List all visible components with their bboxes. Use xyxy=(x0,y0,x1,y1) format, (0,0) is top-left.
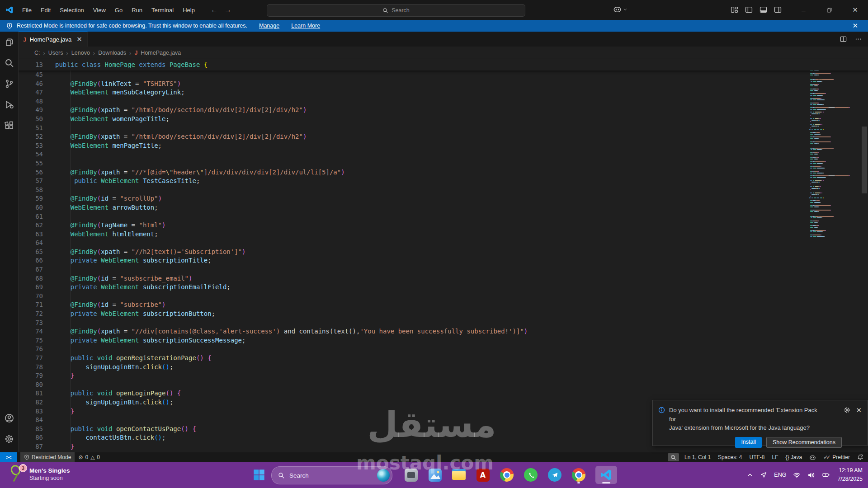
bing-daily-image[interactable] xyxy=(377,469,390,482)
code-line-74[interactable]: 74 @FindBy(xpath = "//div[contains(@clas… xyxy=(18,327,868,336)
taskbar-search-input[interactable]: Search xyxy=(271,466,392,484)
toggle-secondary-sidebar-icon[interactable] xyxy=(774,6,782,14)
code-line-71[interactable]: 71 @FindBy(id = "subscribe") xyxy=(18,300,868,310)
taskbar-clock[interactable]: 12:19 AM 7/28/2025 xyxy=(837,466,863,483)
code-line-45[interactable]: 45 xyxy=(18,70,868,80)
menu-view[interactable]: View xyxy=(89,5,110,15)
nav-forward-icon[interactable]: → xyxy=(224,6,231,14)
taskbar-app-photos[interactable] xyxy=(428,466,442,484)
sidebar-item-source-control[interactable] xyxy=(0,73,18,94)
manage-link[interactable]: Manage xyxy=(259,23,279,29)
eol-status[interactable]: LF xyxy=(768,452,782,462)
code-line-59[interactable]: 59 @FindBy(id = "scrollUp") xyxy=(18,194,868,203)
indentation-status[interactable]: Spaces: 4 xyxy=(714,452,745,462)
encoding-status[interactable]: UTF-8 xyxy=(745,452,768,462)
prettier-status[interactable]: ✓✓ Prettier xyxy=(820,452,854,462)
window-restore-button[interactable] xyxy=(816,0,842,20)
start-button[interactable] xyxy=(251,468,267,482)
taskbar-app-chrome[interactable] xyxy=(500,466,514,484)
wifi-icon[interactable] xyxy=(793,471,801,479)
taskbar-app-file-explorer[interactable] xyxy=(452,466,466,484)
code-line-67[interactable]: 67 xyxy=(18,265,868,274)
code-line-13[interactable]: 13public class HomePage extends PageBase… xyxy=(18,59,208,70)
code-line-63[interactable]: 63 WebElement htmlElement; xyxy=(18,230,868,239)
code-line-46[interactable]: 46 @FindBy(linkText = "TSHIRTS") xyxy=(18,80,868,89)
code-line-53[interactable]: 53 WebElement menPageTitle; xyxy=(18,141,868,150)
taskbar-app-whatsapp[interactable] xyxy=(524,466,538,484)
widgets-button[interactable]: 3 Men's Singles Starting soon xyxy=(10,465,70,483)
settings-gear-icon[interactable] xyxy=(0,428,18,449)
tray-chevron-up-icon[interactable] xyxy=(747,472,753,478)
notifications-bell-icon[interactable] xyxy=(854,452,868,462)
code-line-54[interactable]: 54 xyxy=(18,150,868,159)
breadcrumb-item[interactable]: Users xyxy=(48,50,63,56)
menu-terminal[interactable]: Terminal xyxy=(147,5,178,15)
menu-help[interactable]: Help xyxy=(179,5,199,15)
tab-homepage-java[interactable]: J HomePage.java ✕ xyxy=(18,32,88,47)
sticky-scroll-line[interactable]: 13public class HomePage extends PageBase… xyxy=(18,59,868,70)
location-arrow-icon[interactable] xyxy=(760,471,767,479)
language-indicator[interactable]: ENG xyxy=(774,472,786,478)
taskbar-app-telegram[interactable] xyxy=(547,466,562,484)
copilot-status[interactable] xyxy=(806,452,820,462)
code-line-72[interactable]: 72 private WebElement subscriptionButton… xyxy=(18,310,868,319)
remote-indicator[interactable]: >< xyxy=(0,452,17,462)
code-line-56[interactable]: 56 @FindBy(xpath = "//*[@id=\"header\"]/… xyxy=(18,168,868,177)
menu-edit[interactable]: Edit xyxy=(37,5,55,15)
banner-close-icon[interactable]: ✕ xyxy=(852,22,858,30)
window-close-button[interactable]: ✕ xyxy=(842,0,868,20)
volume-icon[interactable] xyxy=(807,471,815,479)
language-mode-status[interactable]: {} Java xyxy=(782,452,806,462)
code-line-62[interactable]: 62 @FindBy(tagName = "html") xyxy=(18,221,868,230)
window-minimize-button[interactable]: – xyxy=(791,0,816,20)
code-line-76[interactable]: 76 xyxy=(18,345,868,354)
breadcrumb-item[interactable]: Downloads xyxy=(98,50,126,56)
code-line-58[interactable]: 58 xyxy=(18,186,868,195)
code-line-49[interactable]: 49 @FindBy(xpath = "/html/body/section/d… xyxy=(18,106,868,115)
install-button[interactable]: Install xyxy=(735,437,762,448)
breadcrumb-item[interactable]: HomePage.java xyxy=(141,50,181,56)
taskbar-app-vscode[interactable] xyxy=(595,466,617,484)
minimap[interactable] xyxy=(809,61,859,238)
copilot-button[interactable] xyxy=(613,5,627,14)
learn-more-link[interactable]: Learn More xyxy=(291,23,320,29)
taskbar-app-app-window[interactable] xyxy=(404,466,418,484)
notification-gear-icon[interactable] xyxy=(844,407,850,413)
breadcrumb-item[interactable]: C: xyxy=(34,50,40,56)
toggle-sidebar-icon[interactable] xyxy=(745,6,753,14)
show-recommendations-button[interactable]: Show Recommendations xyxy=(766,437,842,448)
tab-close-icon[interactable]: ✕ xyxy=(76,35,82,43)
sidebar-item-extensions[interactable] xyxy=(0,115,18,136)
toggle-panel-icon[interactable] xyxy=(760,6,767,14)
screencast-zoom-status[interactable] xyxy=(668,453,679,461)
code-line-52[interactable]: 52 @FindBy(xpath = "/html/body/section/d… xyxy=(18,132,868,141)
sidebar-item-explorer[interactable] xyxy=(0,32,18,52)
code-line-81[interactable]: 81 public void openLoginPage() { xyxy=(18,389,868,398)
code-line-66[interactable]: 66 private WebElement subscriptionTitle; xyxy=(18,256,868,265)
breadcrumb-item[interactable]: Lenovo xyxy=(71,50,90,56)
code-line-48[interactable]: 48 xyxy=(18,97,868,106)
code-line-75[interactable]: 75 private WebElement subscriptionSucces… xyxy=(18,336,868,345)
code-line-77[interactable]: 77 public void openRegisterationPage() { xyxy=(18,354,868,363)
problems-status[interactable]: ⊘ 0 △ 0 xyxy=(75,452,104,462)
code-line-47[interactable]: 47 WebElement menSubCategoryLink; xyxy=(18,88,868,97)
cursor-position-status[interactable]: Ln 1, Col 1 xyxy=(681,452,714,462)
battery-icon[interactable] xyxy=(822,471,830,479)
more-actions-icon[interactable] xyxy=(855,36,862,42)
code-line-70[interactable]: 70 xyxy=(18,292,868,301)
notification-close-icon[interactable]: ✕ xyxy=(856,407,862,413)
customize-layout-icon[interactable] xyxy=(731,6,738,14)
menu-file[interactable]: File xyxy=(18,5,36,15)
sidebar-item-search[interactable] xyxy=(0,52,18,73)
code-line-57[interactable]: 57 public WebElement TestCasesTitle; xyxy=(18,177,868,186)
menu-run[interactable]: Run xyxy=(127,5,146,15)
code-line-50[interactable]: 50 WebElement womenPageTitle; xyxy=(18,115,868,124)
menu-go[interactable]: Go xyxy=(111,5,127,15)
code-line-64[interactable]: 64 xyxy=(18,239,868,248)
nav-back-icon[interactable]: ← xyxy=(211,6,218,14)
code-line-51[interactable]: 51 xyxy=(18,124,868,133)
menu-selection[interactable]: Selection xyxy=(56,5,88,15)
code-editor[interactable]: 4546 @FindBy(linkText = "TSHIRTS")47 Web… xyxy=(18,70,868,452)
code-line-78[interactable]: 78 signUpLoginBtn.click(); xyxy=(18,363,868,372)
split-editor-icon[interactable] xyxy=(840,36,847,42)
